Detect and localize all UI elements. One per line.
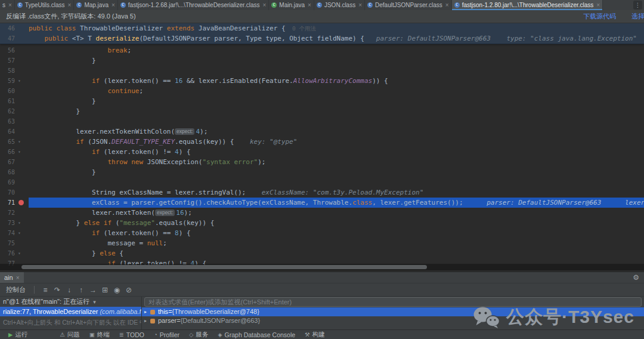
code-line[interactable]: 68 } <box>0 167 644 177</box>
editor-gutter[interactable]: 62 <box>0 106 29 116</box>
editor-gutter[interactable]: 71 <box>0 198 29 208</box>
mute-breakpoints-icon[interactable]: ⊘ <box>123 286 135 294</box>
editor-gutter[interactable]: 66▾ <box>0 147 29 157</box>
statusbar-item-todo[interactable]: ≣TODO <box>119 331 144 338</box>
more-tabs-button[interactable]: ⋮ <box>633 1 642 10</box>
tab-close-icon[interactable]: × <box>596 2 600 8</box>
tab-close-icon[interactable]: × <box>8 2 12 8</box>
editor-gutter[interactable]: 58 <box>0 66 29 76</box>
tab-close-icon[interactable]: × <box>308 2 311 8</box>
tab-close-icon[interactable]: × <box>112 2 115 8</box>
editor-gutter[interactable]: 57 <box>0 56 29 66</box>
code-line[interactable]: 46public class ThrowableDeserializer ext… <box>0 23 644 33</box>
editor-gutter[interactable]: 70 <box>0 187 29 198</box>
code-line[interactable]: 73▾ } else if ("message".equals(key)) { <box>0 218 644 228</box>
code-text: if (lexer.token() == 16 && lexer.isEnabl… <box>29 76 644 86</box>
step-into-icon[interactable]: ↓ <box>63 286 75 294</box>
code-line[interactable]: 64 lexer.nextTokenWithColon(expect:4); <box>0 127 644 137</box>
editor-gutter[interactable]: 59▾ <box>0 76 29 86</box>
evaluate-expression-icon[interactable]: ⊞ <box>99 286 111 294</box>
editor-tab[interactable]: CJSON.class× <box>314 0 365 10</box>
editor-gutter[interactable]: 46 <box>0 23 29 33</box>
editor-gutter[interactable]: 76▾ <box>0 248 29 258</box>
code-editor[interactable]: 46public class ThrowableDeserializer ext… <box>0 23 644 272</box>
code-line[interactable]: 75 message = null; <box>0 238 644 248</box>
editor-tab[interactable]: CMain.java× <box>269 0 314 10</box>
code-line[interactable]: 76▾ } else { <box>0 248 644 258</box>
chevron-right-icon[interactable]: ▸ <box>144 316 150 325</box>
editor-tab[interactable]: Cfastjson-1.2.80.jar!\...\ThrowableDeser… <box>452 0 603 10</box>
tab-close-icon[interactable]: × <box>262 2 266 8</box>
code-line[interactable]: 70 String exClassName = lexer.stringVal(… <box>0 187 644 198</box>
editor-tab[interactable]: Cfastjson-1.2.68.jar!\...\ThrowableDeser… <box>118 0 270 10</box>
horizontal-scrollbar[interactable] <box>0 264 644 270</box>
editor-gutter[interactable]: 47 <box>0 33 29 44</box>
code-line[interactable]: 47 public <T> T deserialize(DefaultJSONP… <box>0 33 644 44</box>
debug-session-tab[interactable]: ain × <box>0 272 24 283</box>
download-sources-link[interactable]: 下载源代码 <box>583 12 616 21</box>
statusbar-item-build[interactable]: ⚒构建 <box>305 331 325 339</box>
code-area[interactable]: 56 break;57 }5859▾ if (lexer.token() == … <box>0 44 644 269</box>
editor-tab[interactable]: s× <box>0 0 15 10</box>
editor-gutter[interactable]: 75 <box>0 238 29 248</box>
step-out-icon[interactable]: ↑ <box>75 286 87 294</box>
breakpoint-icon[interactable] <box>18 200 24 205</box>
code-line[interactable]: 69 <box>0 177 644 187</box>
editor-gutter[interactable]: 74▾ <box>0 228 29 238</box>
show-execution-point-icon[interactable]: ≡ <box>39 286 51 294</box>
code-line[interactable]: 59▾ if (lexer.token() == 16 && lexer.isE… <box>0 76 644 86</box>
stack-frame-row[interactable]: rialize:77, ThrowableDeserializer (com.a… <box>0 307 141 316</box>
tab-close-icon[interactable]: × <box>445 2 449 8</box>
code-line[interactable]: 71 exClass = parser.getConfig().checkAut… <box>0 198 644 208</box>
statusbar-item-run[interactable]: ▶运行 <box>8 331 27 339</box>
settings-gear-icon[interactable]: ⚙ <box>633 273 639 282</box>
code-line[interactable]: 57 } <box>0 56 644 66</box>
editor-gutter[interactable]: 72 <box>0 208 29 218</box>
editor-tab[interactable]: CTypeUtils.class× <box>15 0 75 10</box>
code-line[interactable]: 60 continue; <box>0 86 644 96</box>
editor-gutter[interactable]: 61 <box>0 96 29 106</box>
statusbar-item-terminal[interactable]: ▣终端 <box>89 331 110 339</box>
statusbar-item-problems[interactable]: ⚠问题 <box>60 331 80 339</box>
code-line[interactable]: 61 } <box>0 96 644 106</box>
variable-row[interactable]: ▸this = {ThrowableDeserializer@748} <box>142 307 644 316</box>
step-over-icon[interactable]: ↷ <box>51 286 63 294</box>
statusbar-item-profiler[interactable]: ◔Profiler <box>154 331 179 338</box>
code-line[interactable]: 74▾ if (lexer.token() == 8) { <box>0 228 644 238</box>
editor-gutter[interactable]: 68 <box>0 167 29 177</box>
code-line[interactable]: 58 <box>0 66 644 76</box>
chevron-right-icon[interactable]: ▸ <box>144 307 150 316</box>
tab-close-icon[interactable]: × <box>68 2 72 8</box>
editor-tab[interactable]: CDefaultJSONParser.class× <box>365 0 452 10</box>
tab-close-icon[interactable]: × <box>358 2 362 8</box>
view-breakpoints-icon[interactable]: ◉ <box>111 286 123 294</box>
console-tab[interactable]: 控制台 <box>6 285 26 294</box>
code-line[interactable]: 67 throw new JSONException("syntax error… <box>0 157 644 167</box>
code-line[interactable]: 63 <box>0 116 644 127</box>
variable-row[interactable]: ▸parser = {DefaultJSONParser@663} <box>142 316 644 325</box>
editor-gutter[interactable]: 69 <box>0 177 29 187</box>
code-line[interactable]: 65▾ if (JSON.DEFAULT_TYPE_KEY.equals(key… <box>0 137 644 147</box>
statusbar-item-graph-db-console[interactable]: ◈Graph Database Console <box>218 331 295 338</box>
editor-gutter[interactable]: 65▾ <box>0 137 29 147</box>
code-line[interactable]: 62 } <box>0 106 644 116</box>
run-to-cursor-icon[interactable]: → <box>87 286 99 294</box>
code-line[interactable]: 66▾ if (lexer.token() != 4) { <box>0 147 644 157</box>
editor-gutter[interactable]: 60 <box>0 86 29 96</box>
editor-tab[interactable]: CMap.java× <box>74 0 117 10</box>
thread-selector[interactable]: n"@1 在线程"main": 正在运行 ▾ <box>0 297 141 307</box>
editor-gutter[interactable]: 73▾ <box>0 218 29 228</box>
editor-gutter[interactable]: 63 <box>0 116 29 127</box>
evaluate-expression-input[interactable] <box>144 297 642 307</box>
statusbar-item-debug[interactable]: ◉调试 <box>37 329 50 339</box>
editor-gutter[interactable]: 56 <box>0 45 29 56</box>
editor-gutter[interactable]: 67 <box>0 157 29 167</box>
code-line[interactable]: 72 lexer.nextToken(expect:16); <box>0 208 644 218</box>
tab-close-icon[interactable]: × <box>16 275 20 281</box>
gutter-mark[interactable] <box>18 198 29 208</box>
editor-gutter[interactable]: 64 <box>0 127 29 137</box>
code-line[interactable]: 56 break; <box>0 45 644 56</box>
choose-sources-link[interactable]: 选择源代码 <box>631 12 644 21</box>
scrollbar-thumb[interactable] <box>21 265 427 269</box>
statusbar-item-services[interactable]: ◇服务 <box>189 331 208 339</box>
